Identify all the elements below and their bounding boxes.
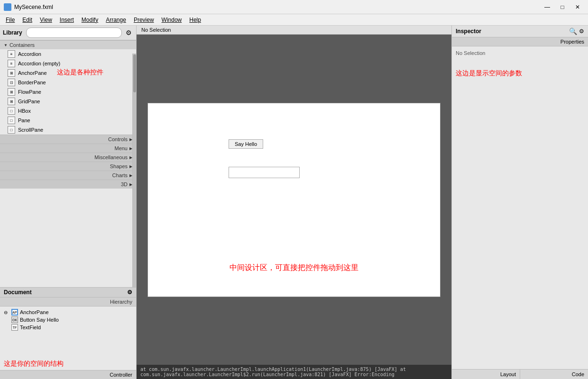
controls-label: Controls (108, 136, 128, 142)
hbox-icon: □ (8, 107, 15, 115)
item-hbox: HBox (18, 108, 31, 114)
canvas-textfield[interactable] (229, 167, 300, 178)
controller-bar: Controller (0, 370, 136, 379)
item-gridpane: GridPane (18, 99, 40, 104)
misc-label: Miscellaneous (94, 154, 128, 160)
hierarchy-header: Hierarchy (0, 298, 136, 307)
library-gear-icon[interactable]: ⚙ (124, 28, 133, 37)
anchorpane-icon: ⊞ (8, 69, 15, 77)
inspector-search-icon[interactable]: 🔍 (569, 27, 577, 35)
item-accordion-empty: Accordion (empty) (18, 61, 60, 66)
list-item[interactable]: ≡ Accordion (empty) (0, 59, 136, 68)
document-gear-icon[interactable]: ⚙ (127, 289, 132, 296)
accordion-empty-icon: ≡ (8, 60, 15, 67)
containers-label: Containers (9, 42, 35, 48)
tree-item-button[interactable]: OK Button Say Hello (4, 316, 132, 324)
button-label: Button Say Hello (20, 317, 59, 323)
menu-preview[interactable]: Preview (130, 16, 158, 24)
library-search-input[interactable] (26, 27, 122, 38)
menu-insert[interactable]: Insert (56, 16, 78, 24)
console-area: at com.sun.javafx.launcher.LauncherImpl.… (137, 365, 451, 379)
containers-arrow: ▼ (4, 43, 8, 47)
tree-item-anchorpane[interactable]: ⊖ AP AnchorPane (4, 308, 132, 316)
section-menu[interactable]: Menu ▶ (0, 144, 136, 153)
section-containers[interactable]: ▼ Containers (0, 40, 136, 49)
3d-label: 3D (121, 181, 128, 187)
annotation-inspector: 这边是显示空间的参数 (452, 60, 588, 87)
section-shapes[interactable]: Shapes ▶ (0, 162, 136, 171)
item-accordion: Accordion (18, 51, 41, 57)
title-bar-controls: — □ ✕ (541, 2, 584, 12)
inspector-tools: 🔍 ⚙ (569, 27, 584, 35)
tab-code[interactable]: Code (520, 370, 588, 379)
list-item[interactable]: ⊞ FlowPane (0, 87, 136, 97)
section-controls[interactable]: Controls ▶ (0, 135, 136, 144)
title-bar: MySecene.fxml — □ ✕ (0, 0, 588, 14)
item-borderpane: BorderPane (18, 80, 46, 85)
list-item[interactable]: □ ScrollPane (0, 125, 136, 135)
library-content: ▼ Containers ≡ Accordion ≡ Accordion (em… (0, 40, 136, 287)
shapes-label: Shapes (110, 163, 128, 169)
item-anchorpane: AnchorPane (18, 70, 47, 76)
collapse-anchorpane[interactable]: ⊖ (4, 310, 9, 315)
scrollpane-icon: □ (8, 126, 15, 134)
list-item[interactable]: □ HBox (0, 106, 136, 116)
list-item[interactable]: ⊡ BorderPane (0, 78, 136, 87)
controller-label: Controller (110, 372, 132, 378)
list-item[interactable]: ⊞ GridPane (0, 97, 136, 106)
document-panel: Document ⚙ Hierarchy ⊖ AP AnchorPane OK … (0, 287, 136, 379)
document-label: Document (4, 289, 32, 296)
library-label: Library (3, 29, 22, 36)
right-panel: Inspector 🔍 ⚙ Properties No Selection 这边… (451, 26, 588, 379)
accordion-icon: ≡ (8, 50, 15, 58)
menu-arrange[interactable]: Arrange (102, 16, 130, 24)
list-item[interactable]: ≡ Accordion (0, 49, 136, 59)
menu-window[interactable]: Window (158, 16, 186, 24)
list-item[interactable]: ⊞ AnchorPane (0, 68, 136, 78)
annotation-design-area: 中间设计区，可直接把控件拖动到这里 (230, 263, 358, 273)
button-tree-icon: OK (11, 316, 18, 323)
menu-edit[interactable]: Edit (18, 16, 36, 24)
list-item[interactable]: □ Pane (0, 116, 136, 125)
section-miscellaneous[interactable]: Miscellaneous ▶ (0, 153, 136, 162)
main-content: Library ⚙ ▼ Containers ≡ Accordion ≡ Acc… (0, 26, 588, 379)
menu-bar: File Edit View Insert Modify Arrange Pre… (0, 14, 588, 26)
close-button[interactable]: ✕ (571, 2, 584, 12)
section-charts[interactable]: Charts ▶ (0, 171, 136, 180)
item-flowpane: FlowPane (18, 89, 41, 95)
app-icon (4, 3, 11, 11)
inspector-header: Inspector 🔍 ⚙ (452, 26, 588, 37)
canvas-say-hello-button[interactable]: Say Hello (229, 139, 263, 149)
tab-layout[interactable]: Layout (452, 370, 520, 379)
flowpane-icon: ⊞ (8, 88, 15, 96)
properties-label: Properties (560, 39, 584, 45)
charts-label: Charts (112, 172, 128, 178)
hierarchy-content: ⊖ AP AnchorPane OK Button Say Hello TF T… (0, 307, 136, 370)
design-area[interactable]: Say Hello 中间设计区，可直接把控件拖动到这里 (137, 35, 451, 365)
inspector-bottom-tabs: Layout Code (452, 369, 588, 379)
minimize-button[interactable]: — (541, 2, 554, 12)
tree-item-textfield[interactable]: TF TextField (4, 324, 132, 331)
properties-header: Properties (452, 37, 588, 46)
item-pane: Pane (18, 117, 30, 123)
hierarchy-label: Hierarchy (110, 299, 132, 305)
maximize-button[interactable]: □ (556, 2, 569, 12)
menu-view[interactable]: View (36, 16, 56, 24)
menu-help[interactable]: Help (185, 16, 205, 24)
library-section: ▼ Containers ≡ Accordion ≡ Accordion (em… (0, 40, 136, 287)
menu-modify[interactable]: Modify (78, 16, 102, 24)
borderpane-icon: ⊡ (8, 79, 15, 86)
inspector-no-selection: No Selection (452, 46, 588, 60)
menu-file[interactable]: File (2, 16, 18, 24)
no-selection-text: No Selection (141, 27, 171, 33)
menu-label: Menu (114, 145, 128, 151)
canvas[interactable]: Say Hello 中间设计区，可直接把控件拖动到这里 (147, 103, 441, 297)
inspector-gear-icon[interactable]: ⚙ (579, 28, 584, 35)
section-3d[interactable]: 3D ▶ (0, 180, 136, 189)
textfield-label: TextField (20, 325, 41, 330)
no-selection-bar: No Selection (137, 26, 451, 35)
library-scrollbar[interactable] (132, 54, 136, 287)
console-text: at com.sun.javafx.launcher.LauncherImpl.… (140, 367, 406, 377)
title-bar-text: MySecene.fxml (14, 4, 541, 10)
annotation-structure: 这是你的空间的结构 (4, 360, 132, 368)
